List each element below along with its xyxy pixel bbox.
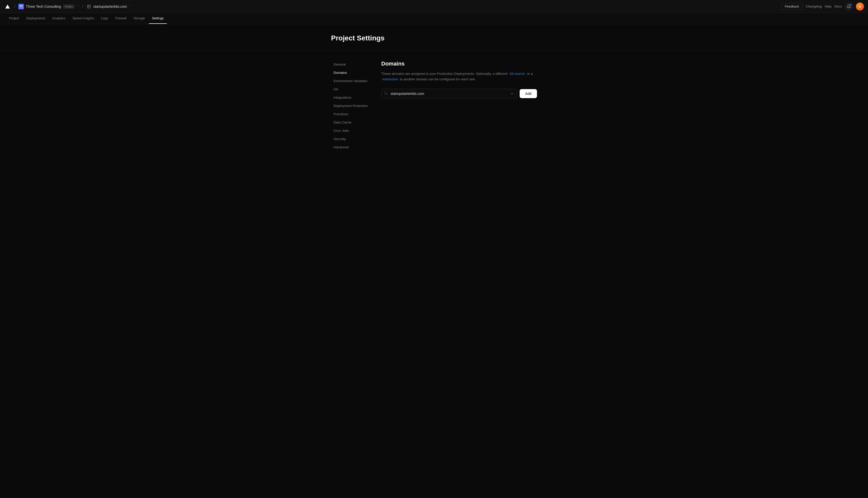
sidebar-item-data-cache[interactable]: Data Cache xyxy=(331,118,371,126)
org-plan-badge: Hobby xyxy=(63,4,75,9)
domain-input-row: ✕ Add xyxy=(381,89,537,99)
sidebar-item-domains[interactable]: Domains xyxy=(331,69,371,77)
domain-input-wrapper: ✕ xyxy=(381,89,517,99)
nav-tabs: Project Deployments Analytics Speed Insi… xyxy=(0,13,868,24)
redirection-link[interactable]: redirection xyxy=(382,77,398,81)
tab-settings[interactable]: Settings xyxy=(149,13,167,24)
tab-analytics[interactable]: Analytics xyxy=(49,13,68,24)
changelog-button[interactable]: Changelog xyxy=(806,4,822,8)
tab-logs[interactable]: Logs xyxy=(98,13,111,24)
sidebar-item-git[interactable]: Git xyxy=(331,86,371,93)
domains-section-title: Domains xyxy=(381,61,537,67)
sidebar-item-deployment-protection[interactable]: Deployment Protection xyxy=(331,102,371,110)
sidebar-item-cron-jobs[interactable]: Cron Jobs xyxy=(331,127,371,134)
org-chevron-icon: ⌃ xyxy=(77,5,79,8)
desc-part1: These domains are assigned to your Produ… xyxy=(381,72,508,76)
tab-speed-insights[interactable]: Speed Insights xyxy=(69,13,97,24)
settings-sidebar: General Domains Environment Variables Gi… xyxy=(331,61,381,152)
separator-2: / xyxy=(82,4,83,9)
docs-button[interactable]: Docs xyxy=(834,4,842,8)
help-button[interactable]: Help xyxy=(825,4,832,8)
tab-storage[interactable]: Storage xyxy=(130,13,148,24)
project-icon xyxy=(87,4,91,9)
sidebar-item-integrations[interactable]: Integrations xyxy=(331,94,371,101)
main-content: General Domains Environment Variables Gi… xyxy=(321,51,547,152)
org-switcher[interactable]: TT Three Tech Consulting Hobby ⌃ xyxy=(18,4,79,9)
feedback-button[interactable]: Feedback xyxy=(781,3,803,10)
desc-part3: to another domain can be configured for … xyxy=(400,77,476,81)
topbar: / TT Three Tech Consulting Hobby ⌃ / sta… xyxy=(0,0,868,13)
sidebar-item-security[interactable]: Security xyxy=(331,135,371,143)
topbar-right: Feedback Changelog Help Docs U xyxy=(781,2,864,11)
git-branch-link[interactable]: Git branch xyxy=(509,72,525,76)
project-name: startupstarterkits.com xyxy=(93,4,127,9)
add-domain-button[interactable]: Add xyxy=(520,89,537,98)
sidebar-item-functions[interactable]: Functions xyxy=(331,110,371,118)
notification-button[interactable] xyxy=(845,2,853,11)
sidebar-item-environment-variables[interactable]: Environment Variables xyxy=(331,77,371,85)
sidebar-item-advanced[interactable]: Advanced xyxy=(331,143,371,151)
svg-rect-0 xyxy=(87,5,90,8)
page-title: Project Settings xyxy=(331,34,537,42)
settings-content: Domains These domains are assigned to yo… xyxy=(381,61,537,152)
project-switcher[interactable]: startupstarterkits.com ⌃ xyxy=(87,4,132,9)
tab-firewall[interactable]: Firewall xyxy=(112,13,130,24)
domains-description: These domains are assigned to your Produ… xyxy=(381,71,537,82)
org-name: Three Tech Consulting xyxy=(26,4,61,9)
tab-project[interactable]: Project xyxy=(6,13,22,24)
vercel-logo-icon[interactable] xyxy=(4,3,11,10)
project-chevron-icon: ⌃ xyxy=(129,5,131,8)
separator-1: / xyxy=(14,4,15,9)
desc-part2: or a xyxy=(527,72,533,76)
user-avatar[interactable]: U xyxy=(856,2,864,11)
page-header: Project Settings xyxy=(0,24,868,51)
org-avatar: TT xyxy=(18,4,24,9)
tab-deployments[interactable]: Deployments xyxy=(23,13,48,24)
sidebar-item-general[interactable]: General xyxy=(331,61,371,68)
notification-dot xyxy=(850,4,852,5)
domain-input[interactable] xyxy=(381,89,517,99)
